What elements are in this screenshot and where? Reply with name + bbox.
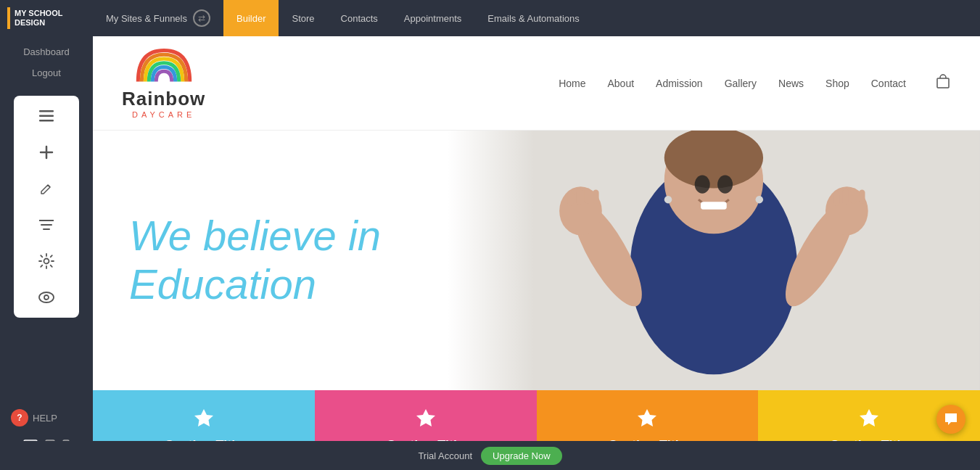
svg-rect-31 — [576, 189, 582, 204]
nav-appointments[interactable]: Appointments — [391, 0, 475, 36]
cart-icon[interactable] — [935, 73, 951, 93]
svg-point-39 — [756, 196, 763, 203]
svg-rect-18 — [937, 78, 949, 88]
site-nav-gallery[interactable]: Gallery — [725, 78, 757, 89]
nav-contacts[interactable]: Contacts — [328, 0, 391, 36]
top-navigation: MY SCHOOL DESIGN My Sites & Funnels ⇄ Bu… — [0, 0, 980, 36]
add-tool-icon[interactable] — [36, 142, 57, 162]
bottom-bar: Trial Account Upgrade Now — [0, 441, 980, 470]
tile-1-icon — [194, 408, 214, 432]
nav-store[interactable]: Store — [279, 0, 327, 36]
sidebar-dashboard[interactable]: Dashboard — [17, 44, 75, 60]
site-brand-name: Rainbow — [122, 88, 205, 110]
site-nav-admission[interactable]: Admission — [656, 78, 703, 89]
trial-text: Trial Account — [418, 450, 472, 461]
site-preview: Rainbow DAYCARE Home About Admission Gal… — [93, 36, 980, 470]
svg-rect-30 — [568, 192, 574, 206]
app-logo: MY SCHOOL DESIGN — [0, 0, 93, 36]
svg-rect-37 — [859, 190, 865, 204]
site-nav-links: Home About Admission Gallery News Shop C… — [559, 73, 951, 93]
preview-tool-icon[interactable] — [36, 287, 57, 308]
svg-rect-35 — [842, 189, 848, 204]
sidebar-links: Dashboard Logout — [17, 44, 75, 81]
left-sidebar: Dashboard Logout — [0, 36, 93, 470]
hero-image — [448, 131, 980, 390]
tile-2-icon — [416, 408, 436, 432]
site-nav-contact[interactable]: Contact — [871, 78, 906, 89]
main-content: Rainbow DAYCARE Home About Admission Gal… — [93, 36, 980, 470]
site-nav-news[interactable]: News — [778, 78, 804, 89]
svg-rect-34 — [834, 192, 840, 206]
site-nav-about[interactable]: About — [607, 78, 634, 89]
svg-point-27 — [695, 176, 710, 194]
site-nav-shop[interactable]: Shop — [825, 78, 849, 89]
edit-tool-icon[interactable] — [36, 178, 57, 199]
svg-rect-1 — [39, 115, 54, 118]
svg-rect-36 — [851, 188, 857, 203]
svg-point-28 — [717, 176, 733, 194]
site-nav-home[interactable]: Home — [559, 78, 585, 89]
tile-4-icon — [859, 408, 879, 432]
logo-accent-bar — [7, 7, 10, 29]
svg-point-10 — [44, 295, 49, 300]
help-label: HELP — [33, 413, 57, 424]
menu-tool-icon[interactable] — [36, 106, 57, 126]
site-logo: Rainbow DAYCARE — [122, 48, 205, 119]
rainbow-icon — [131, 48, 197, 84]
hero-heading: We believe in Education — [129, 212, 381, 308]
sidebar-logout[interactable]: Logout — [26, 65, 67, 81]
upgrade-button[interactable]: Upgrade Now — [481, 447, 562, 465]
svg-rect-29 — [701, 202, 727, 209]
switch-icon: ⇄ — [193, 9, 210, 27]
hero-section: We believe in Education — [93, 131, 980, 390]
svg-rect-2 — [39, 120, 54, 122]
settings-tool-icon[interactable] — [36, 251, 57, 271]
site-navigation: Rainbow DAYCARE Home About Admission Gal… — [93, 36, 980, 131]
tool-panel — [14, 96, 79, 318]
help-icon: ? — [11, 409, 28, 426]
svg-point-8 — [44, 259, 49, 264]
nav-builder[interactable]: Builder — [223, 0, 279, 36]
nav-my-sites[interactable]: My Sites & Funnels ⇄ — [93, 0, 223, 36]
svg-point-9 — [39, 292, 54, 302]
tile-3-icon — [637, 408, 657, 432]
chat-button[interactable] — [936, 405, 965, 434]
hero-text: We believe in Education — [129, 212, 381, 308]
nav-emails[interactable]: Emails & Automations — [474, 0, 592, 36]
nav-items: My Sites & Funnels ⇄ Builder Store Conta… — [93, 0, 980, 36]
filter-tool-icon[interactable] — [36, 215, 57, 235]
hero-fade-overlay — [448, 131, 535, 390]
site-brand-sub: DAYCARE — [132, 110, 195, 119]
help-button[interactable]: ? HELP — [11, 409, 57, 426]
svg-rect-0 — [39, 110, 54, 112]
app-logo-text: MY SCHOOL DESIGN — [15, 9, 86, 28]
svg-rect-33 — [593, 190, 598, 204]
svg-point-38 — [664, 196, 672, 203]
svg-rect-32 — [585, 188, 590, 203]
